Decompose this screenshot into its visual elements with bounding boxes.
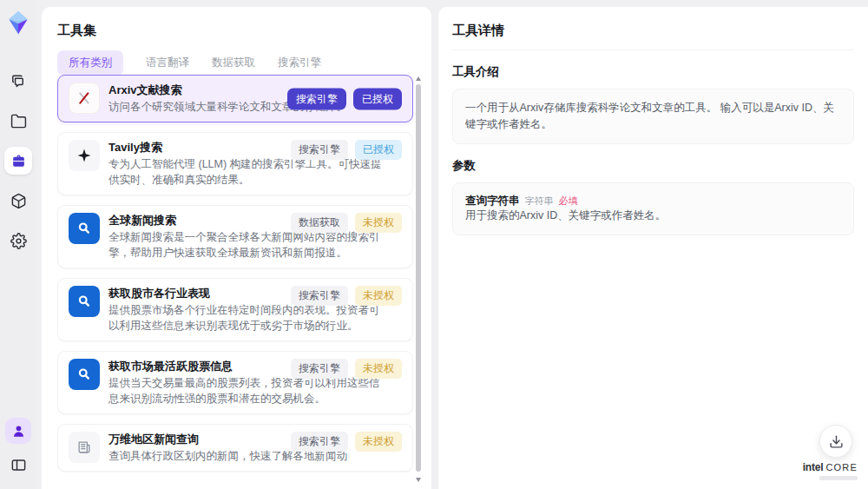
sidebar-item-briefcase[interactable] [4,147,32,175]
tool-status-badge: 已授权 [355,140,402,160]
tab-1[interactable]: 语言翻译 [146,50,189,76]
tool-category-badge: 搜索引擎 [287,88,346,109]
intel-core-logo: intelCORE [803,460,858,480]
params-heading: 参数 [452,158,854,174]
sidebar-item-folder[interactable] [4,107,32,135]
briefcase-icon [10,153,27,169]
tool-category-badge: 搜索引擎 [291,432,348,452]
tool-status-badge: 未授权 [355,432,402,452]
tool-category-badge: 搜索引擎 [291,359,348,379]
scroll-down-arrow-icon[interactable] [416,478,421,482]
sidebar-item-chat[interactable] [4,67,32,95]
param-required-flag: 必填 [559,195,578,206]
tool-list: Arxiv文献搜索 访问各个研究领域大量科学论文和文章的存储库。 搜索引擎 已授… [57,75,413,489]
category-tabs: 所有类别语言翻译数据获取搜索引擎 [42,39,431,76]
sidebar [0,0,36,489]
cube-icon [10,193,27,209]
core-text: CORE [825,462,858,472]
param-name: 查询字符串 [465,195,520,207]
tool-category-badge: 搜索引擎 [291,286,348,306]
sidebar-item-user[interactable] [5,418,31,444]
tool-row[interactable]: 获取股市各行业表现 提供股票市场各个行业在特定时间段内的表现。投资者可以利用这些… [57,278,413,341]
tool-description: 专为人工智能代理 (LLM) 构建的搜索引擎工具。可快速提供实时、准确和真实的结… [108,156,402,188]
sidebar-nav [4,67,32,254]
intel-core-subtext [819,476,858,480]
sidebar-item-gear[interactable] [4,227,32,254]
page-title: 工具集 [42,7,431,39]
tool-row[interactable]: 获取市场最活跃股票信息 提供当天交易量最高的股票列表，投资者可以利用这些信息来识… [57,351,413,414]
panel-toggle-icon [10,457,27,473]
search-icon [69,359,100,390]
tab-2[interactable]: 数据获取 [212,50,255,76]
tool-category-badge: 搜索引擎 [291,140,348,160]
toolset-panel: 工具集 所有类别语言翻译数据获取搜索引擎 Arxiv文献搜索 访问各个研究领域大… [42,7,431,489]
sparkle-icon [69,140,100,171]
chat-icon [10,73,27,89]
tool-description: 全球新闻搜索是一个聚合全球各大新闻网站内容的搜索引擎，帮助用户快速获取全球最新资… [108,229,402,261]
intro-heading: 工具介绍 [452,64,854,80]
tool-intro-box: 一个用于从Arxiv存储库搜索科学论文和文章的工具。 输入可以是Arxiv ID… [452,89,854,144]
param-type: 字符串 [525,195,554,206]
search-icon [69,213,100,244]
app-logo-icon[interactable] [5,10,31,36]
tool-status-badge: 已授权 [353,88,402,109]
arxiv-icon [69,83,100,114]
tab-3[interactable]: 搜索引擎 [278,50,321,76]
download-button[interactable] [819,425,852,458]
download-icon [829,434,844,449]
sidebar-bottom [4,418,32,489]
search-icon [69,286,100,317]
tool-description: 提供当天交易量最高的股票列表，投资者可以利用这些信息来识别流动性强的股票和潜在的… [108,375,402,406]
intel-text: intel [803,461,824,473]
tool-intro-text: 一个用于从Arxiv存储库搜索科学论文和文章的工具。 输入可以是Arxiv ID… [465,100,841,133]
app-root: 工具集 所有类别语言翻译数据获取搜索引擎 Arxiv文献搜索 访问各个研究领域大… [0,0,868,489]
tool-description: 提供股票市场各个行业在特定时间段内的表现。投资者可以利用这些信息来识别表现优于或… [108,302,402,334]
tool-details-panel: 工具详情 工具介绍 一个用于从Arxiv存储库搜索科学论文和文章的工具。 输入可… [438,7,868,489]
sidebar-item-panel-toggle[interactable] [4,451,32,479]
gear-icon [10,233,27,249]
scrollbar-thumb[interactable] [416,84,421,472]
tool-category-badge: 数据获取 [291,213,348,233]
user-icon [10,423,27,439]
tool-row[interactable]: 全球新闻搜索 全球新闻搜索是一个聚合全球各大新闻网站内容的搜索引擎，帮助用户快速… [57,205,413,268]
tool-row[interactable]: Arxiv文献搜索 访问各个研究领域大量科学论文和文章的存储库。 搜索引擎 已授… [57,75,413,122]
tool-row[interactable]: Tavily搜索 专为人工智能代理 (LLM) 构建的搜索引擎工具。可快速提供实… [57,132,413,195]
param-description: 用于搜索的Arxiv ID、关键字或作者姓名。 [465,208,841,224]
param-item: 查询字符串字符串必填用于搜索的Arxiv ID、关键字或作者姓名。 [465,194,841,224]
params-box: 查询字符串字符串必填用于搜索的Arxiv ID、关键字或作者姓名。 [452,182,854,235]
sidebar-item-cube[interactable] [4,187,32,215]
scrollbar[interactable] [415,76,422,482]
details-title: 工具详情 [452,7,854,50]
tool-row[interactable]: 万维地区新闻查询 查询具体行政区划内的新闻，快速了解各地新闻动 搜索引擎 未授权 [57,424,413,472]
newspaper-icon [69,432,100,463]
folder-icon [10,113,27,129]
tool-status-badge: 未授权 [355,213,402,233]
tool-status-badge: 未授权 [355,359,402,379]
tab-0[interactable]: 所有类别 [57,50,123,76]
scroll-up-arrow-icon[interactable] [416,76,421,81]
tool-status-badge: 未授权 [355,286,402,306]
